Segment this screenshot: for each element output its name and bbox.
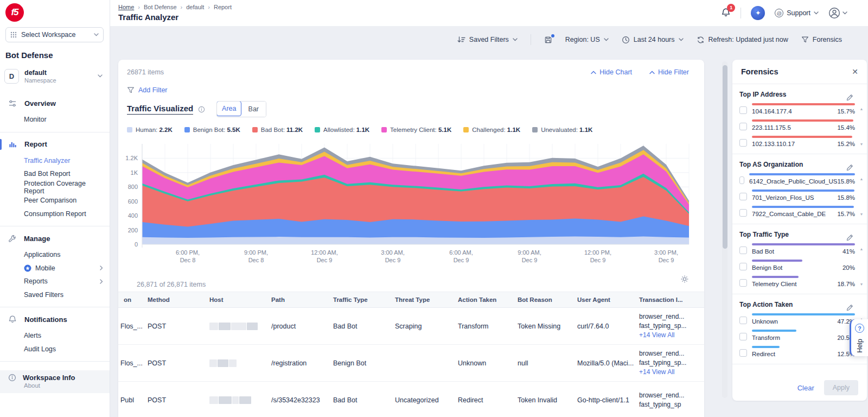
time-range-selector[interactable]: Last 24 hours <box>622 36 684 44</box>
help-tab[interactable]: ? Help <box>850 319 868 356</box>
chevron-down-icon <box>814 11 819 15</box>
forensics-item-102-133-110-17[interactable]: 102.133.110.1715.2% <box>739 136 855 147</box>
sidebar-item-workspace-info[interactable]: Workspace Info About <box>0 370 110 393</box>
view-all-link[interactable]: +14 View All <box>639 368 699 377</box>
forensics-item-unknown[interactable]: Unknown47.2% <box>739 313 855 325</box>
sidebar-group-notifications[interactable]: Notifications <box>0 312 110 326</box>
checkbox[interactable] <box>739 349 747 357</box>
sidebar-item-protection-coverage-report[interactable]: Protection Coverage Report <box>0 181 110 194</box>
hide-filter-button[interactable]: Hide Filter <box>649 68 689 76</box>
checkbox[interactable] <box>739 279 747 287</box>
region-selector[interactable]: Region: US <box>565 36 609 43</box>
checkbox[interactable] <box>739 193 747 200</box>
notifications-bell-button[interactable]: 1 <box>721 8 731 19</box>
table-settings-gear-icon[interactable] <box>680 275 689 283</box>
forensics-item-6142-oracle-public-cloud-us[interactable]: 6142_Oracle_Public_Cloud_US15.8% <box>739 173 855 185</box>
checkbox[interactable] <box>739 263 747 270</box>
sidebar-group-manage[interactable]: Manage <box>0 231 110 245</box>
legend-item-telemetry-client[interactable]: Telemetry Client: 5.1K <box>381 127 451 133</box>
forensics-toggle-button[interactable]: Forensics <box>801 36 842 43</box>
sidebar-item-alerts[interactable]: Alerts <box>0 329 110 343</box>
checkbox[interactable] <box>739 333 747 340</box>
ai-assistant-button[interactable]: ✦ <box>751 6 765 20</box>
legend-item-unevaluated[interactable]: Unevaluated: 1.1K <box>532 127 592 133</box>
sidebar-item-peer-comparison[interactable]: Peer Comparison <box>0 194 110 207</box>
support-menu[interactable]: @ Support <box>775 9 819 17</box>
sidebar-item-audit-logs[interactable]: Audit Logs <box>0 343 110 356</box>
view-all-link[interactable]: +14 View All <box>639 331 699 340</box>
sidebar-item-applications[interactable]: Applications <box>0 248 110 262</box>
saved-filters-button[interactable]: Saved Filters <box>457 36 518 43</box>
pencil-edit-icon[interactable] <box>846 304 854 312</box>
table-row[interactable]: Flos_...POST/productBad BotScrapingTrans… <box>118 308 704 345</box>
legend-item-human[interactable]: Human: 2.2K <box>127 127 173 133</box>
checkbox[interactable] <box>739 176 744 184</box>
sidebar-item-monitor[interactable]: Monitor <box>0 113 110 127</box>
sidebar-item-reports[interactable]: Reports <box>0 275 110 288</box>
chart-view-area-button[interactable]: Area <box>216 101 241 116</box>
checkbox[interactable] <box>739 139 747 147</box>
legend-item-allowlisted[interactable]: Allowlisted: 1.1K <box>315 127 369 133</box>
sidebar-group-overview[interactable]: Overview <box>0 96 110 110</box>
table-row[interactable]: Flos_...POST/registrationBenign BotUnkno… <box>118 345 704 382</box>
sidebar-item-mobile[interactable]: Mobile <box>0 262 110 275</box>
user-menu[interactable] <box>828 7 847 19</box>
workspace-selector[interactable]: Select Workspace <box>5 27 104 42</box>
forensics-item-transform[interactable]: Transform20.5% <box>739 330 855 341</box>
apply-button[interactable]: Apply <box>824 380 858 395</box>
main-scrollbar-thumb[interactable] <box>723 65 727 249</box>
hide-chart-button[interactable]: Hide Chart <box>591 68 632 76</box>
forensics-item-701-verizon-flos-us[interactable]: 701_Verizon_Flos_US15.8% <box>739 189 855 201</box>
checkbox[interactable] <box>739 106 747 114</box>
traffic-analyzer-card: 26871 items Hide Chart Hide Filter Add F… <box>118 60 704 417</box>
forensics-item-redirect[interactable]: Redirect12.5% <box>739 346 855 357</box>
scroll-up-arrow[interactable]: ▲ <box>860 107 864 111</box>
pencil-edit-icon[interactable] <box>846 93 854 102</box>
scroll-up-arrow[interactable]: ▲ <box>860 247 864 251</box>
legend-item-bad-bot[interactable]: Bad Bot: 11.2K <box>252 127 303 133</box>
sidebar-item-traffic-analyzer[interactable]: Traffic Analyzer <box>0 154 110 168</box>
save-filter-button[interactable] <box>544 36 552 44</box>
chart-view-bar-button[interactable]: Bar <box>241 102 266 117</box>
legend-item-challenged[interactable]: Challenged: 1.1K <box>463 127 520 133</box>
forensics-item-telemetry-client[interactable]: Telemetry Client18.7% <box>739 276 855 287</box>
checkbox[interactable] <box>739 247 747 254</box>
overview-icon <box>8 99 17 108</box>
sidebar-item-saved-filters[interactable]: Saved Filters <box>0 288 110 302</box>
sidebar-item-bad-bot-report[interactable]: Bad Bot Report <box>0 167 110 181</box>
checkbox[interactable] <box>739 209 747 217</box>
sidebar-item-consumption-report[interactable]: Consumption Report <box>0 207 110 221</box>
sidebar-item-about[interactable]: About <box>24 382 110 389</box>
column-header-user-agent: User Agent <box>572 292 634 307</box>
forensics-item-104-164-177-4[interactable]: 104.164.177.415.7% <box>739 103 855 115</box>
forensics-item-benign-bot[interactable]: Benign Bot20% <box>739 260 855 271</box>
table-row[interactable]: PublPOST/s/35342e32323Bad BotUncategoriz… <box>118 382 704 417</box>
pencil-edit-icon[interactable] <box>846 163 854 172</box>
items-count: 26871 items <box>127 68 164 76</box>
info-icon <box>198 106 205 113</box>
redacted-block <box>219 396 232 404</box>
refresh-button[interactable]: Refresh: Updated just now <box>697 36 788 44</box>
scroll-down-arrow[interactable]: ▼ <box>860 282 864 286</box>
breadcrumb-item[interactable]: Home <box>118 4 134 10</box>
forensics-toolbar-label: Forensics <box>813 36 842 43</box>
clear-button[interactable]: Clear <box>797 384 814 392</box>
hide-chart-label: Hide Chart <box>599 68 632 76</box>
scroll-down-arrow[interactable]: ▼ <box>860 212 864 216</box>
pencil-edit-icon[interactable] <box>846 233 854 242</box>
f5-logo[interactable]: f5 <box>5 3 24 22</box>
add-filter-button[interactable]: Add Filter <box>127 86 168 94</box>
checkbox[interactable] <box>739 317 747 324</box>
namespace-selector[interactable]: D default Namespace <box>4 65 106 87</box>
forensics-item-223-111-175-5[interactable]: 223.111.175.515.4% <box>739 119 855 131</box>
forensics-item-bad-bot[interactable]: Bad Bot41% <box>739 243 855 255</box>
forensics-item-7922-comcast-cable-de[interactable]: 7922_Comcast_Cable_DE15.7% <box>739 206 855 217</box>
close-icon[interactable]: ✕ <box>852 67 858 76</box>
scroll-up-arrow[interactable]: ▲ <box>860 177 864 181</box>
scroll-down-arrow[interactable]: ▼ <box>860 142 864 146</box>
checkbox[interactable] <box>739 123 747 130</box>
legend-swatch <box>532 127 538 132</box>
sidebar-group-report[interactable]: Report <box>0 137 110 151</box>
x-tick-label-date: Dec 9 <box>590 257 606 263</box>
legend-item-benign-bot[interactable]: Benign Bot: 5.5K <box>184 127 240 133</box>
